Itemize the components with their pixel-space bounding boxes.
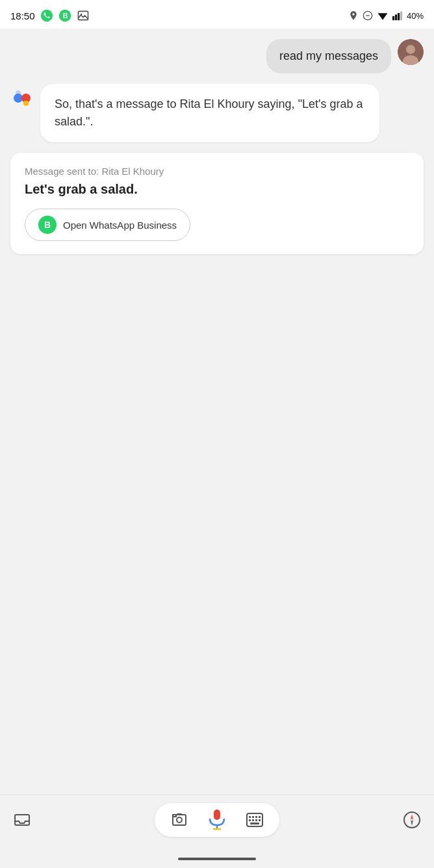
svg-marker-39 [411,820,413,826]
user-message-text: read my messages [279,49,378,62]
open-whatsapp-label: Open WhatsApp Business [63,220,177,231]
signal-icon [392,10,403,21]
keyboard-button[interactable] [246,811,264,829]
message-card: Message sent to: Rita El Khoury Let's gr… [10,153,424,254]
main-content: read my messages So, that [0,29,434,795]
svg-marker-7 [377,13,387,20]
whatsapp-icon [40,9,53,22]
svg-rect-30 [255,816,257,818]
image-status-icon [77,9,90,22]
user-message-bubble: read my messages [266,39,391,73]
svg-rect-34 [255,819,257,821]
svg-point-21 [177,817,182,823]
google-assistant-logo [10,85,34,108]
assistant-reply-text: So, that's a message to Rita El Khoury s… [55,97,363,128]
svg-rect-35 [259,819,261,821]
status-right: 40% [348,10,424,21]
assistant-message-row: So, that's a message to Rita El Khoury s… [10,84,424,142]
svg-point-17 [16,90,21,96]
assistant-reply-bubble: So, that's a message to Rita El Khoury s… [40,84,379,142]
svg-rect-29 [252,816,254,818]
whatsapp-b-status-icon: B [58,9,71,22]
svg-rect-36 [250,823,259,824]
lens-button[interactable] [170,811,188,829]
dnd-icon [363,10,373,21]
svg-rect-24 [214,810,220,820]
open-whatsapp-button[interactable]: B Open WhatsApp Business [25,209,190,241]
user-avatar [398,39,424,65]
svg-rect-11 [400,12,402,21]
battery-text: 40% [407,11,424,21]
bottom-center-controls [155,803,279,837]
bottom-bar [0,795,434,850]
inbox-button[interactable] [13,811,31,829]
svg-text:B: B [62,12,68,19]
home-indicator [0,850,434,868]
svg-rect-9 [395,14,397,20]
location-icon [348,10,359,21]
svg-rect-8 [392,16,394,20]
svg-rect-32 [249,819,251,821]
svg-point-13 [406,45,415,54]
svg-rect-33 [252,819,254,821]
user-avatar-image [398,39,424,65]
svg-rect-10 [398,13,400,20]
svg-marker-38 [411,814,413,820]
status-time: 18:50 [10,10,35,21]
mic-button[interactable] [207,810,227,830]
svg-rect-31 [259,816,261,818]
status-bar: 18:50 B [0,0,434,29]
svg-rect-22 [177,813,182,815]
svg-point-0 [40,10,52,21]
whatsapp-b-icon: B [38,216,57,234]
wifi-icon [377,10,389,21]
user-message-row: read my messages [10,39,424,73]
home-indicator-bar [178,858,256,860]
svg-point-18 [23,101,29,106]
message-card-recipient: Message sent to: Rita El Khoury [25,166,409,177]
svg-rect-28 [249,816,251,818]
compass-button[interactable] [403,811,421,829]
message-card-body: Let's grab a salad. [25,182,409,197]
svg-rect-23 [173,815,176,817]
